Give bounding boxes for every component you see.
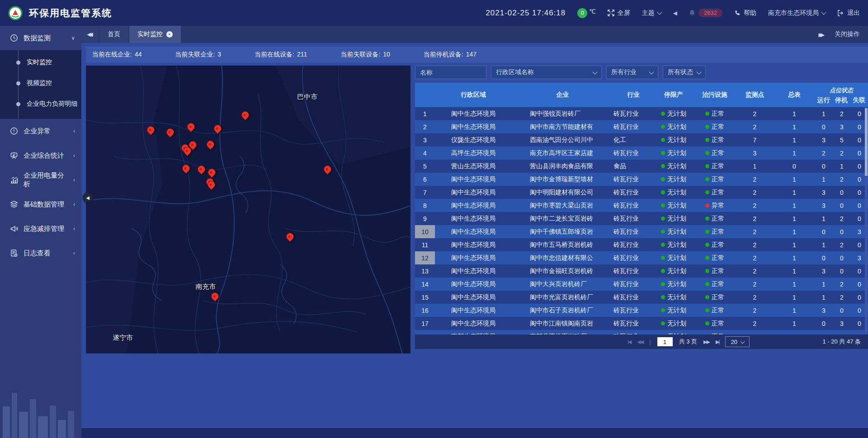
status-dot-icon bbox=[661, 243, 665, 247]
row-plan-status: 无计划 bbox=[653, 228, 694, 236]
theme-label: 主题 bbox=[642, 9, 655, 17]
logout-icon bbox=[837, 10, 844, 16]
notification-widget[interactable]: 2632 bbox=[689, 9, 722, 17]
sidebar-item-企业用电量分析[interactable]: 企业用电量分析‹ bbox=[0, 168, 81, 192]
row-company: 阆中强锐页岩砖厂 bbox=[512, 110, 613, 118]
industry-select[interactable]: 所有行业 bbox=[606, 66, 658, 79]
row-stopped-count: 0 bbox=[833, 202, 851, 209]
enterprise-table: 行政区域 企业 行业 停限产 治污设施 监测点 总表 点位状态 运行 停机 bbox=[415, 83, 868, 349]
row-index: 3 bbox=[415, 133, 435, 146]
fullscreen-icon bbox=[608, 9, 614, 16]
row-monitor-count: 2 bbox=[736, 189, 774, 196]
row-plan-status: 无计划 bbox=[653, 123, 694, 131]
status-dot-icon bbox=[705, 243, 709, 247]
table-row[interactable]: 6阆中生态环境局阆中市金博瑞新型墙材砖瓦行业无计划正常21120 bbox=[415, 173, 868, 186]
row-monitor-count: 2 bbox=[736, 215, 774, 222]
sidebar-subitem-视频监控[interactable]: 视频监控 bbox=[0, 73, 81, 94]
temperature-value: 0 bbox=[577, 8, 587, 18]
user-menu[interactable]: 南充市生态环境局 bbox=[768, 9, 826, 17]
last-page-button[interactable]: ▶| bbox=[716, 339, 719, 345]
status-dot-icon bbox=[661, 112, 665, 116]
first-page-button[interactable]: |◀ bbox=[627, 339, 631, 345]
column-total: 总表 bbox=[774, 83, 815, 107]
region-select[interactable]: 行政区域名称 bbox=[491, 66, 602, 79]
table-header: 行政区域 企业 行业 停限产 治污设施 监测点 总表 点位状态 运行 停机 bbox=[415, 83, 868, 107]
table-scrollbar-thumb[interactable] bbox=[865, 108, 868, 176]
datetime: 2021-02-25 17:46:18 bbox=[486, 9, 566, 18]
sidebar-item-应急减排管理[interactable]: 应急减排管理‹ bbox=[0, 217, 81, 241]
sidebar-subitem-实时监控[interactable]: 实时监控 bbox=[0, 52, 81, 73]
table-row[interactable]: 14阆中生态环境局阆中大兴页岩机砖厂砖瓦行业无计划正常21120 bbox=[415, 278, 868, 291]
close-operations-button[interactable]: 关闭操作 bbox=[835, 30, 860, 38]
table-row[interactable]: 9阆中生态环境局阆中市二龙长宝页岩砖砖瓦行业无计划正常21120 bbox=[415, 212, 868, 225]
table-row[interactable]: 12阆中生态环境局阆中市忠信建材有限公砖瓦行业无计划正常21003 bbox=[415, 251, 868, 264]
row-facility-status: 正常 bbox=[694, 280, 736, 288]
row-index: 8 bbox=[415, 199, 435, 212]
stat-item: 当前失联企业:3 bbox=[175, 51, 221, 59]
logout-button[interactable]: 退出 bbox=[837, 9, 860, 17]
map-panel[interactable]: 巴中市南充市遂宁市 bbox=[86, 66, 410, 353]
cityscape-decoration bbox=[0, 370, 81, 438]
table-row[interactable]: 13阆中生态环境局阆中市金福旺页岩机砖砖瓦行业无计划正常21300 bbox=[415, 264, 868, 278]
row-stopped-count: 3 bbox=[833, 123, 851, 131]
page-number-input[interactable]: 1 bbox=[657, 337, 673, 346]
status-dot-icon bbox=[705, 112, 709, 116]
tab-bar: ◀◀ 首页 实时监控 × ▶▶ 关闭操作 bbox=[81, 26, 868, 43]
row-total-count: 1 bbox=[774, 281, 815, 288]
help-label: 帮助 bbox=[744, 9, 756, 17]
sidebar-item-数据监测[interactable]: 数据监测∨ bbox=[0, 26, 81, 50]
row-running-count: 3 bbox=[815, 137, 833, 144]
sidebar: 数据监测∨实时监控视频监控企业电力负荷明细企业异常‹企业综合统计‹企业用电量分析… bbox=[0, 26, 81, 438]
table-row[interactable]: 10阆中生态环境局阆中千佛镇五郎垭页岩砖瓦行业无计划正常21003 bbox=[415, 225, 868, 238]
sound-toggle[interactable]: ◀ bbox=[673, 10, 677, 16]
help-button[interactable]: 帮助 bbox=[734, 9, 756, 17]
table-row[interactable]: 11阆中生态环境局阆中市五马桥页岩机砖砖瓦行业无计划正常21120 bbox=[415, 238, 868, 251]
row-company: 阆中市江南镇阆南页岩 bbox=[512, 320, 613, 328]
sidebar-item-label: 企业异常 bbox=[24, 127, 68, 136]
table-row[interactable]: 8阆中生态环境局阆中市枣碧大梁山页岩砖瓦行业无计划异常21300 bbox=[415, 199, 868, 212]
row-index: 10 bbox=[415, 225, 435, 238]
row-index: 13 bbox=[415, 264, 435, 278]
sidebar-item-label: 日志查看 bbox=[24, 249, 68, 258]
row-total-count: 1 bbox=[774, 150, 815, 157]
table-row[interactable]: 5营山生态环境局营山县润丰肉食品有限食品无计划正常10010 bbox=[415, 160, 868, 173]
tab-home[interactable]: 首页 bbox=[99, 26, 128, 43]
layers-icon bbox=[10, 200, 18, 208]
prev-page-button[interactable]: ◀◀ bbox=[637, 339, 643, 345]
sidebar-collapse-button[interactable]: ◀ bbox=[83, 193, 93, 203]
sidebar-subitem-企业电力负荷明细[interactable]: 企业电力负荷明细 bbox=[0, 94, 81, 114]
sidebar-item-日志查看[interactable]: 日志查看‹ bbox=[0, 241, 81, 265]
table-row[interactable]: 4高坪生态环境局南充市高坪区王家店建砖瓦行业无计划正常31220 bbox=[415, 146, 868, 160]
table-row[interactable]: 17阆中生态环境局阆中市江南镇阆南页岩砖瓦行业无计划正常21030 bbox=[415, 317, 868, 330]
row-stopped-count: 0 bbox=[833, 268, 851, 275]
table-row[interactable]: 2阆中生态环境局阆中市南方节能建材有砖瓦行业无计划正常21030 bbox=[415, 120, 868, 133]
table-row[interactable]: 7阆中生态环境局阆中明阳建材有限公司砖瓦行业无计划正常21300 bbox=[415, 186, 868, 199]
fullscreen-button[interactable]: 全屏 bbox=[608, 9, 630, 17]
status-dot-icon bbox=[705, 321, 709, 325]
next-page-button[interactable]: ▶▶ bbox=[703, 339, 709, 345]
table-row[interactable]: 1阆中生态环境局阆中强锐页岩砖厂砖瓦行业无计划正常21120 bbox=[415, 107, 868, 120]
row-monitor-count: 2 bbox=[736, 307, 774, 314]
app-window: 环保用电监管系统 2021-02-25 17:46:18 0 ℃ 全屏 主题 bbox=[0, 0, 868, 438]
filter-bar: 行政区域名称 所有行业 所有状态 bbox=[415, 66, 868, 79]
theme-menu[interactable]: 主题 bbox=[642, 9, 661, 17]
table-row[interactable]: 16阆中生态环境局阆中市石子页岩机砖厂砖瓦行业无计划正常21300 bbox=[415, 304, 868, 317]
tabs-scroll-left-button[interactable]: ◀◀ bbox=[81, 26, 99, 43]
table-row[interactable]: 3仪陇生态环境局西南油气田分公司川中化工无计划正常71350 bbox=[415, 133, 868, 146]
close-icon[interactable]: × bbox=[166, 31, 173, 38]
table-row[interactable]: 15阆中生态环境局阆中市光富页岩机砖厂砖瓦行业无计划正常21120 bbox=[415, 291, 868, 304]
status-select[interactable]: 所有状态 bbox=[663, 66, 706, 79]
tabs-scroll-right-button[interactable]: ▶▶ bbox=[819, 31, 825, 38]
sidebar-item-企业异常[interactable]: 企业异常‹ bbox=[0, 119, 81, 143]
row-running-count: 3 bbox=[815, 189, 833, 196]
row-monitor-count: 2 bbox=[736, 268, 774, 275]
row-industry: 食品 bbox=[613, 162, 653, 170]
stat-value: 3 bbox=[217, 51, 221, 59]
row-index: 17 bbox=[415, 317, 435, 330]
sidebar-item-企业综合统计[interactable]: 企业综合统计‹ bbox=[0, 143, 81, 168]
page-size-select[interactable]: 20 bbox=[725, 336, 750, 347]
tab-realtime-monitor[interactable]: 实时监控 × bbox=[129, 26, 181, 43]
name-search-input[interactable] bbox=[415, 66, 486, 79]
row-stopped-count: 1 bbox=[833, 163, 851, 170]
sidebar-item-基础数据管理[interactable]: 基础数据管理‹ bbox=[0, 192, 81, 217]
